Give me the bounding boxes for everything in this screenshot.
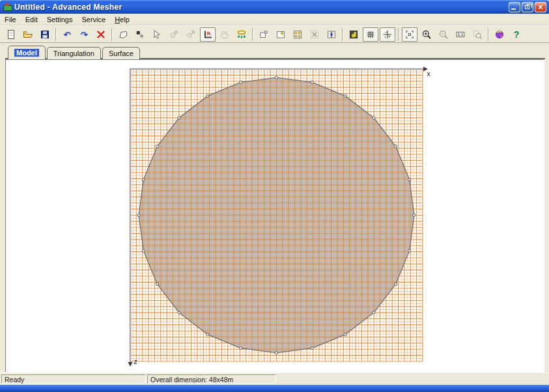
delete-button[interactable]: [93, 27, 109, 42]
menu-edit[interactable]: Edit: [21, 15, 42, 24]
toolbar-group: BRR: [115, 27, 250, 42]
cross-icon: [382, 29, 393, 40]
toolbar-separator: [488, 28, 489, 41]
svg-text:R: R: [207, 31, 211, 36]
svg-text:R: R: [191, 29, 195, 35]
vertex-marker: [408, 249, 411, 252]
axes-toggle-button[interactable]: [380, 27, 395, 42]
window-bottom-edge: [0, 385, 549, 392]
zoomin-icon: [421, 29, 432, 40]
window-controls: ×: [509, 2, 549, 12]
redx-icon: [309, 29, 320, 40]
vertex-marker: [408, 178, 411, 181]
menu-file[interactable]: File: [0, 15, 21, 24]
about-button[interactable]: [492, 27, 507, 42]
toolbar-group: [345, 27, 396, 42]
title-bar: Untitled - Advanced Mesher ×: [0, 0, 549, 14]
vertex-marker: [413, 214, 415, 216]
help-button[interactable]: ?: [509, 27, 524, 42]
tab-triangulation[interactable]: Triangulation: [47, 47, 101, 59]
pan-hand-button[interactable]: [217, 27, 232, 42]
tab-model[interactable]: Model: [8, 46, 46, 59]
svg-text:B: B: [175, 30, 178, 35]
grid-points-button[interactable]: [290, 27, 305, 42]
vertex-marker: [240, 81, 242, 83]
minimize-button[interactable]: [509, 2, 520, 12]
tab-label: Model: [14, 49, 39, 57]
delete-icon: [96, 29, 106, 40]
toolbar-separator: [252, 28, 253, 41]
zoom-out-button[interactable]: [436, 27, 451, 42]
open-button[interactable]: [20, 27, 36, 42]
delete-region-button[interactable]: [307, 27, 322, 42]
menu-help[interactable]: Help: [110, 15, 134, 24]
menu-settings[interactable]: Settings: [42, 15, 77, 24]
vertex-marker: [394, 283, 397, 285]
ball-icon: [494, 29, 505, 40]
tabs: ModelTriangulationSurface: [8, 46, 140, 59]
page-icon: [6, 29, 16, 40]
tab-strip: ModelTriangulationSurface: [0, 44, 549, 59]
undo-button[interactable]: ↶: [59, 27, 75, 42]
model-canvas[interactable]: xz: [5, 59, 544, 372]
zoom-extents-button[interactable]: [402, 27, 417, 42]
svg-text:1:1: 1:1: [458, 33, 464, 36]
status-ready: Ready: [1, 374, 146, 384]
zoom-window-button[interactable]: [470, 27, 485, 42]
vertex-marker: [311, 347, 313, 350]
lamp-icon: [348, 29, 359, 40]
vertex-marker: [156, 283, 158, 285]
griddots-icon: [292, 29, 303, 40]
region-tool-button[interactable]: [115, 27, 131, 42]
corner-lr-button[interactable]: R: [200, 27, 216, 42]
pointer-icon: [152, 29, 162, 40]
vertex-marker: [178, 117, 180, 119]
region-icon: [118, 29, 128, 40]
redo-button[interactable]: ↷: [76, 27, 92, 42]
close-button[interactable]: ×: [535, 2, 546, 12]
select-pointer-button[interactable]: [149, 27, 165, 42]
tab-label: Triangulation: [53, 49, 94, 57]
mesh-drawing[interactable]: xz: [6, 60, 545, 372]
toolbar-group: [3, 27, 53, 42]
restore-button[interactable]: [522, 2, 533, 12]
vertex-marker: [178, 311, 180, 314]
node-b-button[interactable]: B: [166, 27, 182, 42]
toolbar-separator: [55, 28, 57, 41]
restore-icon: [525, 5, 529, 9]
new-button[interactable]: [3, 27, 19, 42]
z-axis-arrow: [128, 362, 133, 367]
close-icon: ×: [535, 3, 546, 12]
menu-service[interactable]: Service: [77, 15, 110, 24]
app-icon[interactable]: [3, 3, 12, 12]
cornerLR-icon: R: [203, 29, 213, 40]
minimize-icon: [511, 8, 516, 10]
render-button[interactable]: [346, 27, 361, 42]
grid-toggle-button[interactable]: [363, 27, 378, 42]
toolbar-group: ?: [491, 27, 525, 42]
zoom-in-button[interactable]: [419, 27, 434, 42]
coordinate-table-button[interactable]: [234, 27, 249, 42]
vertex-marker: [137, 214, 140, 216]
vertex-marker: [275, 76, 277, 79]
save-button[interactable]: [37, 27, 53, 42]
nodeB-icon: B: [169, 29, 179, 40]
vertex-marker: [142, 249, 145, 252]
help-icon: ?: [511, 29, 522, 40]
grid-node-button[interactable]: [324, 27, 339, 42]
node-r-button[interactable]: R: [183, 27, 199, 42]
vertex-marker: [373, 311, 375, 314]
create-rect-button[interactable]: [256, 27, 272, 42]
rect-icon: [259, 29, 269, 40]
window-title: Untitled - Advanced Mesher: [14, 3, 122, 12]
rectdot-icon: [275, 29, 286, 40]
rect-node-button[interactable]: [273, 27, 289, 42]
tab-label: Surface: [109, 49, 134, 57]
table-icon: [236, 29, 247, 40]
onetoone-icon: 1:1: [455, 29, 466, 40]
toolbar-separator: [111, 28, 113, 41]
add-node-button[interactable]: [132, 27, 148, 42]
zoomout-icon: [438, 29, 449, 40]
zoom-actual-button[interactable]: 1:1: [453, 27, 468, 42]
tab-surface[interactable]: Surface: [102, 47, 140, 59]
